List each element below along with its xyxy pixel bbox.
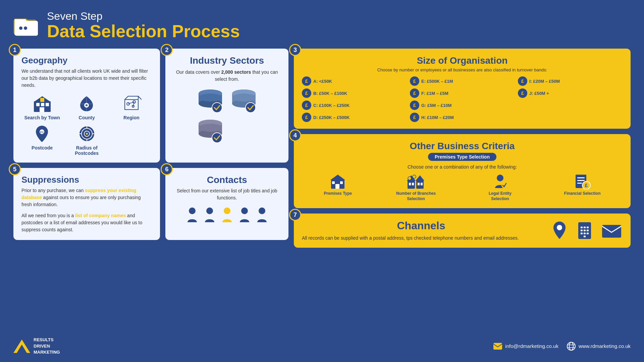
radius-label: Radius of Postcodes xyxy=(66,145,107,156)
contacts-inner: Contacts Select from our extensive list … xyxy=(173,175,280,223)
svg-rect-12 xyxy=(40,107,44,112)
step2-industry-card: 2 Industry Sectors Our data covers over … xyxy=(165,49,288,163)
pound-icon-G: £ xyxy=(410,101,419,110)
db-icon-3 xyxy=(195,118,225,144)
channels-icons-row xyxy=(550,221,623,241)
contact-person-icons xyxy=(173,206,280,223)
svg-point-53 xyxy=(206,207,213,214)
svg-rect-90 xyxy=(587,233,589,234)
svg-point-50 xyxy=(199,124,222,132)
rdm-logo-icon xyxy=(13,340,30,353)
band-B-label: B: £50K – £100K xyxy=(313,91,347,96)
svg-rect-65 xyxy=(412,183,414,185)
step1-geography-card: 1 Geography We understand that not all c… xyxy=(13,49,160,163)
svg-rect-88 xyxy=(581,233,583,234)
header-subtitle: Seven Step xyxy=(47,10,240,22)
obc-financial: £ Financial Selection xyxy=(564,173,601,196)
band-F: £ F: £1M – £5M xyxy=(410,88,515,98)
email-envelope-icon xyxy=(601,222,623,240)
svg-point-39 xyxy=(212,103,222,113)
svg-point-70 xyxy=(408,177,411,180)
svg-rect-59 xyxy=(335,184,339,189)
svg-point-51 xyxy=(212,133,222,143)
right-column: 3 Size of Organisation Choose by number … xyxy=(294,49,631,329)
step5-suppressions-card: 5 Suppressions Prior to any purchase, we… xyxy=(13,168,160,240)
band-F-label: F: £1M – £5M xyxy=(421,91,448,96)
svg-rect-11 xyxy=(46,103,49,106)
step6-badge: 6 xyxy=(161,163,173,175)
footer: RESULTSDRIVENMARKETING info@rdmarketing.… xyxy=(13,335,631,355)
band-H-label: H: £10M – £20M xyxy=(421,115,454,120)
db-icon-2 xyxy=(229,87,259,114)
band-C: £ C: £100K – £250K xyxy=(302,101,407,110)
header-text: Seven Step Data Selection Process xyxy=(47,10,240,40)
step6-description: Select from our extensive list of job ti… xyxy=(173,187,280,201)
svg-rect-69 xyxy=(421,183,423,185)
step5-text2: All we need from you is a list of compan… xyxy=(21,212,152,233)
obc-branches: Number of Branches Selection xyxy=(396,173,436,201)
band-I: £ I: £20M – £50M xyxy=(518,76,623,86)
geo-icon-radius: Radius of Postcodes xyxy=(66,124,107,156)
svg-point-44 xyxy=(232,94,256,102)
svg-rect-77 xyxy=(577,183,582,184)
step5-badge: 5 xyxy=(9,163,21,175)
band-E-label: E: £500K – £1M xyxy=(421,79,453,84)
svg-rect-9 xyxy=(36,103,40,106)
svg-point-29 xyxy=(86,133,88,135)
footer-email-icon xyxy=(493,343,502,350)
step3-badge: 3 xyxy=(289,44,301,56)
step3-subtitle: Choose by number or employees or all bus… xyxy=(302,67,623,72)
svg-point-45 xyxy=(246,103,256,113)
folder-icon xyxy=(13,13,40,37)
band-D: £ D: £250K – £500K xyxy=(302,113,407,122)
phone-icon xyxy=(576,221,594,241)
obc-center: Premises Type Selection xyxy=(302,153,623,164)
pound-icon-B: £ xyxy=(302,88,311,98)
step2-title: Industry Sectors xyxy=(190,55,264,66)
svg-point-56 xyxy=(259,207,265,214)
step1-title: Geography xyxy=(21,55,152,66)
svg-rect-10 xyxy=(41,103,44,106)
svg-rect-89 xyxy=(584,233,586,234)
header: Seven Step Data Selection Process xyxy=(13,10,631,43)
footer-contact: info@rdmarketing.co.uk www.rdmarketing.c… xyxy=(493,342,631,351)
step2-description: Our data covers over 2,000 sectors that … xyxy=(173,69,280,83)
pound-icon-D: £ xyxy=(302,113,311,122)
geo-icon-region: Region xyxy=(111,94,152,120)
town-label: Search by Town xyxy=(24,115,60,120)
header-title: Data Selection Process xyxy=(47,22,240,40)
legal-entity-label: Legal Entity Selection xyxy=(480,191,520,201)
region-icon xyxy=(120,94,143,114)
left-column: 1 Geography We understand that not all c… xyxy=(13,49,288,329)
svg-rect-60 xyxy=(332,181,335,184)
step4-title: Other Business Criteria xyxy=(302,141,623,152)
branches-icon xyxy=(407,173,425,190)
svg-point-7 xyxy=(24,26,27,30)
pound-icon-H: £ xyxy=(410,113,419,122)
geo-icons-grid: Search by Town xyxy=(21,94,152,156)
svg-rect-91 xyxy=(584,236,586,237)
footer-email: info@rdmarketing.co.uk xyxy=(505,343,558,349)
svg-point-6 xyxy=(19,26,22,30)
person-icon-5 xyxy=(256,206,268,223)
step4-badge: 4 xyxy=(289,129,301,141)
svg-rect-87 xyxy=(587,230,589,231)
town-icon xyxy=(31,94,54,114)
pound-icon-E: £ xyxy=(410,76,419,86)
svg-text:PC: PC xyxy=(40,131,44,134)
financial-icon: £ xyxy=(573,173,592,190)
radius-icon xyxy=(75,124,99,144)
db-icons-grid xyxy=(195,87,259,144)
geo-icon-town: Search by Town xyxy=(21,94,63,120)
svg-point-72 xyxy=(497,175,503,181)
footer-email-item: info@rdmarketing.co.uk xyxy=(493,343,558,350)
band-I-label: I: £20M – £50M xyxy=(529,79,560,84)
premises-type-icon xyxy=(329,173,347,190)
band-C-label: C: £100K – £250K xyxy=(313,103,350,108)
band-G-label: G: £5M – £10M xyxy=(421,103,451,108)
band-A-label: A: <£50K xyxy=(313,79,332,84)
step4-obc-card: 4 Other Business Criteria Premises Type … xyxy=(294,134,631,208)
pound-icon-J: £ xyxy=(518,88,527,98)
band-H: £ H: £10M – £20M xyxy=(410,113,515,122)
step6-contacts-card: 6 Contacts Select from our extensive lis… xyxy=(165,168,288,240)
